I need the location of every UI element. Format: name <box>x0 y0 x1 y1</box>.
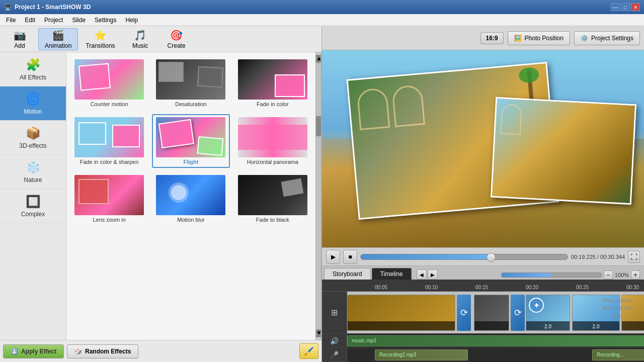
recording3-label: Recording... <box>597 352 624 357</box>
maximize-button[interactable]: □ <box>621 3 630 11</box>
category-complex[interactable]: 🔲 Complex <box>0 189 66 223</box>
nav-next[interactable]: ▶ <box>428 269 438 280</box>
zoom-controls: − 100% + <box>501 270 644 280</box>
effect-row3-mid[interactable]: Motion blur <box>152 172 229 226</box>
effect-desaturation-label: Desaturation <box>175 101 206 107</box>
progress-handle[interactable] <box>487 253 496 262</box>
toolbar-animation[interactable]: 🎬 Animation <box>38 28 78 50</box>
project-settings-label: Project Settings <box>591 35 633 42</box>
transition-2[interactable]: ⟳ <box>511 295 525 331</box>
music-clip[interactable]: music.mp3 <box>347 335 644 346</box>
voice-track-content: Recording2.mp3 Recording... <box>347 348 644 362</box>
ruler-tick-15: 00:15 <box>475 285 488 290</box>
clip-1[interactable] <box>347 295 455 331</box>
menu-file[interactable]: File <box>2 16 20 25</box>
menu-project[interactable]: Project <box>40 16 67 25</box>
scroll-up[interactable]: ▲ <box>316 55 321 63</box>
effect-row3-left-label: Lens zoom in <box>93 217 125 223</box>
nav-prev[interactable]: ◀ <box>417 269 427 280</box>
toolbar-music[interactable]: 🎵 Music <box>123 28 158 50</box>
action-bar: ⬇️ Apply Effect 🎲 Random Effects 🖌️ <box>0 340 321 362</box>
category-motion-label: Motion <box>24 108 42 115</box>
project-settings-icon: ⚙️ <box>581 35 588 42</box>
zoom-in[interactable]: + <box>631 270 640 280</box>
effect-desaturation[interactable]: Desaturation <box>152 56 229 110</box>
view-tabs-bar: Storyboard Timeline ◀ ▶ − 100% + <box>322 265 644 280</box>
effect-fade-in-color[interactable]: Fade in color <box>234 56 311 110</box>
menu-settings[interactable]: Settings <box>91 16 120 25</box>
recording3-clip[interactable]: Recording... <box>592 349 644 360</box>
music-track: 🔊 music.mp3 <box>322 334 644 348</box>
close-button[interactable]: ✕ <box>631 3 640 11</box>
menu-help[interactable]: Help <box>121 16 142 25</box>
music-track-icon: 🔊 <box>330 337 339 345</box>
menu-edit[interactable]: Edit <box>21 16 39 25</box>
clip-2-duration <box>474 321 509 331</box>
category-3d-effects[interactable]: 📦 3D-effects <box>0 121 66 155</box>
progress-bar[interactable] <box>360 254 568 260</box>
playback-controls: ▶ ■ 00:19.225 / 00:30.344 ⛶ <box>322 247 644 265</box>
recording2-clip[interactable]: Recording2.mp3 <box>375 349 468 360</box>
zoom-out[interactable]: − <box>604 270 613 280</box>
effect-flight-label: Flight <box>184 159 199 165</box>
effect-flight[interactable]: Flight <box>152 114 229 168</box>
category-sidebar: 🧩 All Effects 🌀 Motion 📦 3D-effects ❄️ N… <box>0 52 66 340</box>
transition-1[interactable]: ⟳ <box>457 295 471 331</box>
category-all-effects[interactable]: 🧩 All Effects <box>0 52 66 86</box>
zoom-level: 100% <box>615 272 629 278</box>
toolbar-add[interactable]: 📷 Add <box>2 28 37 50</box>
nature-icon: ❄️ <box>26 160 41 174</box>
effects-scrollbar[interactable]: ▲ ▼ <box>315 52 321 340</box>
minimize-button[interactable]: — <box>611 3 620 11</box>
effect-horizontal-panorama-label: Horizontal panorama <box>247 159 298 165</box>
paint-button[interactable]: 🖌️ <box>299 343 318 359</box>
effect-horizontal-panorama[interactable]: Horizontal panorama <box>234 114 311 168</box>
window-title: Project 1 - SmartSHOW 3D <box>15 4 91 11</box>
apply-effect-button[interactable]: ⬇️ Apply Effect <box>3 344 64 358</box>
progress-fill <box>361 254 491 259</box>
effect-fade-sharpen[interactable]: Fade in color & sharpen <box>70 114 148 168</box>
clip-3[interactable]: ✦ 2.0 <box>526 295 570 331</box>
ruler-tick-20: 00:20 <box>526 285 538 290</box>
random-effects-button[interactable]: 🎲 Random Effects <box>67 344 138 358</box>
zoom-bar[interactable] <box>501 273 602 278</box>
effect-counter-motion[interactable]: Counter motion <box>70 56 148 110</box>
random-effects-label: Random Effects <box>85 348 131 355</box>
ruler-tick-5: 00:05 <box>375 285 387 290</box>
scroll-down[interactable]: ▼ <box>316 329 321 337</box>
scroll-thumb[interactable] <box>316 116 321 136</box>
effect-row3-right[interactable]: Fade to black <box>234 172 311 226</box>
effect-horizontal-pan-thumb <box>238 117 307 157</box>
effect-row3-mid-thumb <box>156 175 225 215</box>
category-motion[interactable]: 🌀 Motion <box>0 86 66 121</box>
add-icon: 📷 <box>14 29 26 41</box>
menu-slide[interactable]: Slide <box>68 16 90 25</box>
tab-timeline[interactable]: Timeline <box>372 268 412 280</box>
toolbar-transitions[interactable]: ⭐ Transitions <box>79 28 121 50</box>
photo-position-button[interactable]: 🖼️ Photo Position <box>508 31 570 45</box>
effect-row3-left[interactable]: Lens zoom in <box>70 172 148 226</box>
play-button[interactable]: ▶ <box>326 250 340 264</box>
clip-2[interactable] <box>474 295 509 331</box>
category-nature[interactable]: ❄️ Nature <box>0 155 66 189</box>
animation-icon: 🎬 <box>52 29 64 41</box>
music-clip-label: music.mp3 <box>352 338 376 343</box>
toolbar-transitions-label: Transitions <box>86 42 115 49</box>
transitions-icon: ⭐ <box>94 29 107 41</box>
3d-effects-icon: 📦 <box>26 126 41 140</box>
project-settings-button[interactable]: ⚙️ Project Settings <box>574 31 640 45</box>
toolbar-create[interactable]: 🎯 Create <box>159 28 194 50</box>
tab-storyboard[interactable]: Storyboard <box>324 268 371 280</box>
effect-fade-in-color-label: Fade in color <box>257 101 289 107</box>
stop-button[interactable]: ■ <box>343 250 357 264</box>
effect-row3-mid-label: Motion blur <box>177 217 204 223</box>
effect-fade-sharpen-thumb <box>74 117 144 157</box>
motion-icon: 🌀 <box>26 92 41 106</box>
menu-bar: File Edit Project Slide Settings Help <box>0 14 644 26</box>
left-panel: 📷 Add 🎬 Animation ⭐ Transitions 🎵 Music … <box>0 26 322 362</box>
ratio-button[interactable]: 16:9 <box>480 32 504 44</box>
toolbar-music-label: Music <box>132 42 148 49</box>
fullscreen-button[interactable]: ⛶ <box>628 251 640 263</box>
effect-flight-thumb <box>156 117 225 157</box>
effect-counter-motion-thumb <box>74 59 144 100</box>
